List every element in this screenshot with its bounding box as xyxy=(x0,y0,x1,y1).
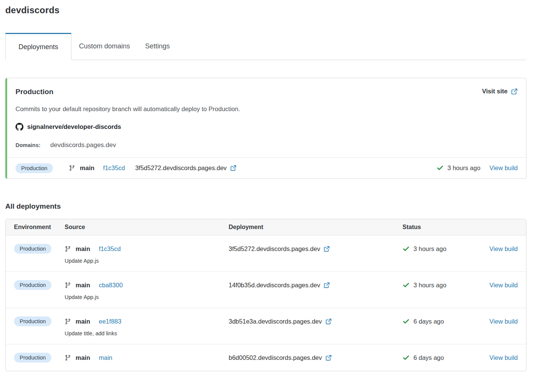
production-card: Production Visit site Commits to your de… xyxy=(5,78,526,179)
branch-name: main xyxy=(76,354,90,361)
external-link-icon xyxy=(511,88,518,95)
environment-badge: Production xyxy=(15,163,53,173)
commit-link[interactable]: f1c35cd xyxy=(103,164,125,172)
environment-badge: Production xyxy=(14,353,51,363)
status-time: 3 hours ago xyxy=(413,245,446,253)
all-deployments-title: All deployments xyxy=(5,202,526,211)
tab-bar: Deployments Custom domains Settings xyxy=(5,33,526,60)
branch-name: main xyxy=(76,282,90,289)
status-group: 3 hours ago xyxy=(402,282,446,289)
view-build-link[interactable]: View build xyxy=(489,282,518,288)
table-row: Production main main b6d00502.devdiscord… xyxy=(6,344,526,371)
commit-message: Update App.js xyxy=(65,294,229,300)
check-icon xyxy=(402,245,410,253)
branch-group: main xyxy=(69,164,94,172)
github-repo-link[interactable]: signalnerve/developer-discords xyxy=(15,123,121,131)
column-header-deployment: Deployment xyxy=(229,224,402,231)
check-icon xyxy=(436,164,444,172)
visit-site-link[interactable]: Visit site xyxy=(482,88,518,95)
table-header-row: Environment Source Deployment Status xyxy=(6,219,526,236)
production-deployment-row: Production main f1c35cd 3f5d5272.devdisc… xyxy=(7,157,526,178)
commit-link[interactable]: f1c35cd xyxy=(99,245,121,253)
git-branch-icon xyxy=(65,355,71,361)
status-time: 6 days ago xyxy=(413,318,444,325)
page-title: devdiscords xyxy=(5,5,526,15)
external-link-icon[interactable] xyxy=(230,165,237,171)
external-link-icon[interactable] xyxy=(325,318,332,325)
status-group: 6 days ago xyxy=(402,354,444,361)
deployment-url: 3f5d5272.devdiscords.pages.dev xyxy=(135,164,237,172)
commit-message: Update App.js xyxy=(65,258,229,264)
environment-badge: Production xyxy=(14,280,51,290)
status-time: 6 days ago xyxy=(413,354,444,361)
deployment-url-text: 14f0b35d.devdiscords.pages.dev xyxy=(229,282,320,289)
view-build-link[interactable]: View build xyxy=(489,318,518,325)
view-build-link[interactable]: View build xyxy=(489,354,518,361)
repo-name: signalnerve/developer-discords xyxy=(27,123,121,130)
table-row: Production main cba8300 Update App.js 14… xyxy=(6,272,526,308)
domains-value: devdiscords.pages.dev xyxy=(50,141,116,149)
environment-badge: Production xyxy=(14,244,51,254)
check-icon xyxy=(402,282,410,289)
environment-badge: Production xyxy=(14,316,51,326)
external-link-icon[interactable] xyxy=(323,246,330,252)
commit-message: Update title, add links xyxy=(65,330,229,336)
production-card-title: Production xyxy=(15,88,53,96)
tab-custom-domains[interactable]: Custom domains xyxy=(71,33,138,60)
column-header-environment: Environment xyxy=(14,224,65,231)
git-branch-icon xyxy=(69,165,75,171)
check-icon xyxy=(402,318,410,325)
github-icon xyxy=(15,123,23,131)
branch-name: main xyxy=(80,164,94,172)
status-group: 3 hours ago xyxy=(436,164,480,172)
commit-link[interactable]: main xyxy=(99,354,113,361)
status-time: 3 hours ago xyxy=(447,164,480,172)
view-build-link[interactable]: View build xyxy=(489,245,518,252)
domains-label: Domains: xyxy=(15,142,40,148)
git-branch-icon xyxy=(65,246,71,252)
git-branch-icon xyxy=(65,282,71,288)
production-description: Commits to your default repository branc… xyxy=(15,105,518,113)
external-link-icon[interactable] xyxy=(325,355,332,361)
external-link-icon[interactable] xyxy=(323,282,330,288)
commit-link[interactable]: cba8300 xyxy=(99,282,123,289)
deployment-url-text: 3db51e3a.devdiscords.pages.dev xyxy=(229,318,322,325)
commit-link[interactable]: ee1f883 xyxy=(99,318,122,325)
view-build-link[interactable]: View build xyxy=(489,164,518,172)
deployments-table: Environment Source Deployment Status Pro… xyxy=(5,219,526,371)
column-header-status: Status xyxy=(402,224,482,231)
visit-site-label: Visit site xyxy=(482,88,508,95)
git-branch-icon xyxy=(65,318,71,325)
deployment-url-text: 3f5d5272.devdiscords.pages.dev xyxy=(135,164,227,172)
deployment-url-text: b6d00502.devdiscords.pages.dev xyxy=(229,354,322,361)
branch-name: main xyxy=(76,245,90,253)
status-group: 3 hours ago xyxy=(402,245,446,253)
status-group: 6 days ago xyxy=(402,318,444,325)
column-header-source: Source xyxy=(65,224,229,231)
table-row: Production main ee1f883 Update title, ad… xyxy=(6,308,526,344)
deployment-url-text: 3f5d5272.devdiscords.pages.dev xyxy=(229,245,320,253)
tab-deployments[interactable]: Deployments xyxy=(5,33,71,60)
branch-name: main xyxy=(76,318,90,325)
table-row: Production main f1c35cd Update App.js 3f… xyxy=(6,236,526,272)
status-time: 3 hours ago xyxy=(413,282,446,289)
check-icon xyxy=(402,354,410,361)
tab-settings[interactable]: Settings xyxy=(138,33,177,60)
domains-row: Domains: devdiscords.pages.dev xyxy=(15,141,518,157)
